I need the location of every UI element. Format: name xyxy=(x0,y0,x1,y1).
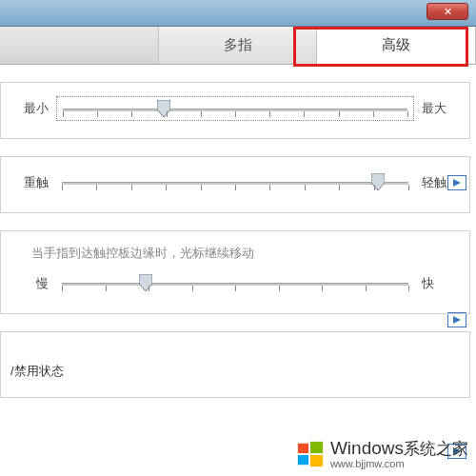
edge-description: 当手指到达触控板边缘时，光标继续移动 xyxy=(31,245,460,262)
watermark: Windows系统之家 www.bjjmw.com xyxy=(0,432,476,476)
edge-fast-label: 快 xyxy=(422,275,460,292)
touch-light-label: 轻触 xyxy=(422,174,460,191)
slider-group-touch: 重触 轻触 xyxy=(0,156,470,213)
touch-heavy-label: 重触 xyxy=(10,174,49,191)
size-min-label: 最小 xyxy=(10,100,49,117)
svg-marker-0 xyxy=(157,100,170,117)
windows-logo-icon xyxy=(296,440,325,468)
size-slider[interactable] xyxy=(56,96,414,121)
size-max-label: 最大 xyxy=(422,100,460,117)
tab-prev-blank[interactable] xyxy=(0,27,159,64)
touch-slider[interactable] xyxy=(56,170,414,195)
svg-marker-4 xyxy=(139,274,152,291)
content-panel: 最小 最大 重触 xyxy=(0,82,476,398)
play-icon[interactable] xyxy=(447,312,466,327)
edge-slow-label: 慢 xyxy=(10,275,49,292)
svg-rect-7 xyxy=(310,442,323,453)
watermark-suffix: 系统之家 xyxy=(404,440,468,458)
edge-slider-thumb[interactable] xyxy=(139,274,152,291)
status-disable-label: /禁用状态 xyxy=(10,346,460,380)
svg-rect-8 xyxy=(298,455,308,465)
close-button[interactable]: ✕ xyxy=(426,3,468,20)
status-group: /禁用状态 xyxy=(0,331,470,398)
svg-rect-6 xyxy=(298,444,308,453)
tab-multi-finger[interactable]: 多指 xyxy=(159,27,318,64)
edge-slider[interactable] xyxy=(56,271,414,296)
svg-marker-3 xyxy=(453,316,461,324)
slider-group-size: 最小 最大 xyxy=(0,82,470,139)
tab-advanced[interactable]: 高级 xyxy=(317,27,476,64)
tab-bar: 多指 高级 xyxy=(0,27,476,65)
watermark-url: www.bjjmw.com xyxy=(330,459,468,469)
window-titlebar: ✕ xyxy=(0,0,476,27)
svg-rect-9 xyxy=(310,455,323,466)
watermark-brand: Windows xyxy=(330,438,404,458)
size-slider-thumb[interactable] xyxy=(157,100,170,117)
slider-group-edge: 当手指到达触控板边缘时，光标继续移动 慢 快 xyxy=(0,230,470,314)
